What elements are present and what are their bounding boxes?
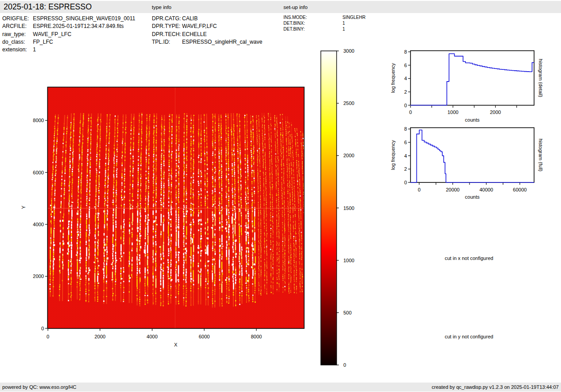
svg-text:8: 8 — [404, 49, 407, 55]
svg-text:4: 4 — [404, 76, 407, 81]
svg-text:8000: 8000 — [251, 334, 262, 339]
svg-text:0: 0 — [343, 362, 346, 368]
svg-text:0: 0 — [41, 326, 44, 331]
svg-text:counts: counts — [465, 194, 480, 200]
svg-text:3000: 3000 — [343, 48, 354, 54]
svg-text:2500: 2500 — [343, 100, 354, 106]
svg-text:2000: 2000 — [343, 153, 354, 158]
svg-text:4: 4 — [404, 153, 407, 159]
svg-text:8000: 8000 — [33, 118, 44, 123]
svg-text:1000: 1000 — [343, 258, 354, 263]
svg-text:20000: 20000 — [446, 187, 460, 192]
svg-text:40000: 40000 — [479, 187, 493, 192]
svg-text:500: 500 — [343, 310, 351, 315]
svg-text:2000: 2000 — [95, 334, 105, 339]
svg-text:6000: 6000 — [33, 170, 44, 175]
svg-text:6000: 6000 — [199, 334, 210, 339]
svg-text:0: 0 — [409, 109, 412, 115]
svg-text:4000: 4000 — [146, 334, 157, 339]
svg-text:2000: 2000 — [490, 109, 501, 115]
svg-text:0: 0 — [404, 180, 407, 185]
svg-text:0: 0 — [418, 187, 420, 192]
svg-text:2: 2 — [404, 89, 407, 95]
svg-text:log frequency: log frequency — [390, 63, 396, 93]
svg-text:6: 6 — [404, 63, 407, 68]
svg-text:1500: 1500 — [343, 205, 354, 211]
svg-text:counts: counts — [465, 117, 480, 123]
svg-text:6: 6 — [404, 140, 407, 145]
svg-text:X: X — [174, 342, 178, 347]
svg-text:0: 0 — [46, 334, 49, 339]
svg-text:2000: 2000 — [33, 273, 44, 279]
svg-text:log frequency: log frequency — [390, 140, 396, 170]
svg-text:60000: 60000 — [513, 187, 527, 192]
svg-text:1000: 1000 — [447, 109, 458, 115]
svg-text:histogram (detail): histogram (detail) — [538, 59, 543, 97]
svg-text:2: 2 — [404, 166, 407, 172]
svg-text:4000: 4000 — [33, 222, 44, 227]
svg-text:histogram (full): histogram (full) — [538, 139, 543, 172]
svg-text:Y: Y — [21, 205, 26, 209]
svg-text:0: 0 — [404, 103, 407, 108]
svg-text:8: 8 — [404, 126, 407, 132]
